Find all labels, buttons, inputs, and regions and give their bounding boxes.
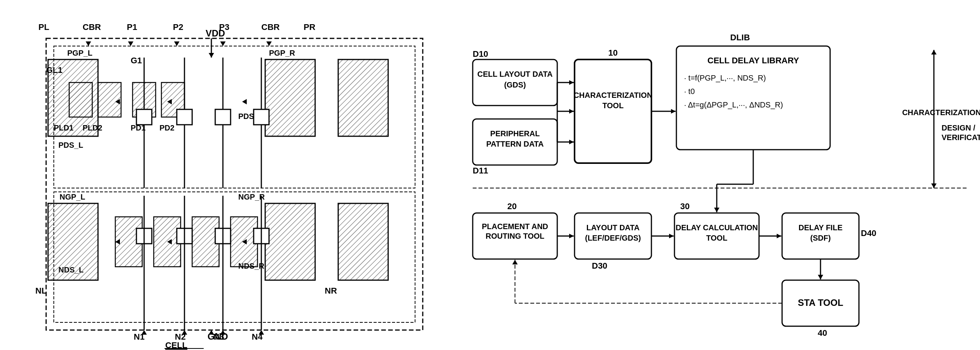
svg-text:DLIB: DLIB bbox=[730, 33, 750, 42]
svg-text:PERIPHERAL: PERIPHERAL bbox=[490, 129, 540, 138]
svg-marker-138 bbox=[777, 234, 781, 238]
svg-text:30: 30 bbox=[680, 201, 689, 211]
svg-marker-19 bbox=[266, 41, 272, 46]
svg-rect-53 bbox=[265, 203, 315, 280]
svg-marker-150 bbox=[512, 260, 518, 264]
svg-text:ROUTING TOOL: ROUTING TOOL bbox=[486, 232, 545, 240]
svg-text:DELAY FILE: DELAY FILE bbox=[799, 223, 842, 232]
svg-text:PATTERN DATA: PATTERN DATA bbox=[486, 140, 544, 148]
svg-text:CHARACTERIZATION: CHARACTERIZATION bbox=[573, 91, 652, 99]
svg-marker-108 bbox=[671, 109, 676, 114]
svg-rect-25 bbox=[69, 83, 92, 117]
svg-marker-126 bbox=[569, 234, 574, 238]
svg-text:PLD1: PLD1 bbox=[54, 124, 73, 132]
svg-text:P1: P1 bbox=[127, 22, 137, 32]
svg-text:DELAY CALCULATION: DELAY CALCULATION bbox=[676, 223, 758, 232]
svg-rect-35 bbox=[265, 59, 315, 136]
svg-text:PLD2: PLD2 bbox=[83, 124, 102, 132]
svg-text:20: 20 bbox=[507, 201, 517, 211]
flow-diagram-panel: D10 CELL LAYOUT DATA (GDS) PERIPHERAL PA… bbox=[461, 0, 980, 350]
svg-marker-113 bbox=[931, 50, 937, 54]
svg-text:· Δt=g(ΔPGP_L,···, ΔNDS_R): · Δt=g(ΔPGP_L,···, ΔNDS_R) bbox=[684, 101, 783, 109]
svg-text:PGP_R: PGP_R bbox=[269, 49, 295, 57]
svg-marker-15 bbox=[128, 41, 133, 46]
svg-marker-99 bbox=[569, 109, 574, 114]
svg-text:P3: P3 bbox=[219, 22, 229, 32]
svg-text:(SDF): (SDF) bbox=[810, 234, 831, 242]
svg-rect-41 bbox=[136, 109, 152, 125]
main-container: VDD GND PL CBR P1 P2 P3 CBR PR bbox=[0, 0, 980, 350]
svg-text:· t=f(PGP_L,···, NDS_R): · t=f(PGP_L,···, NDS_R) bbox=[684, 74, 766, 83]
svg-text:CELL DELAY LIBRARY: CELL DELAY LIBRARY bbox=[708, 56, 799, 65]
circuit-svg: VDD GND PL CBR P1 P2 P3 CBR PR bbox=[0, 0, 461, 350]
svg-text:(LEF/DEF/GDS): (LEF/DEF/GDS) bbox=[585, 234, 641, 242]
svg-text:TOOL: TOOL bbox=[602, 101, 623, 110]
svg-text:CELL LAYOUT DATA: CELL LAYOUT DATA bbox=[477, 70, 553, 78]
svg-text:LAYOUT DATA: LAYOUT DATA bbox=[586, 223, 640, 232]
svg-marker-114 bbox=[931, 183, 937, 188]
svg-rect-42 bbox=[177, 109, 192, 125]
circuit-diagram-panel: VDD GND PL CBR P1 P2 P3 CBR PR bbox=[0, 0, 461, 350]
svg-text:PGP_L: PGP_L bbox=[67, 49, 93, 57]
svg-text:40: 40 bbox=[818, 328, 827, 338]
d10-label: D10 bbox=[473, 49, 488, 59]
svg-rect-90 bbox=[575, 59, 651, 163]
svg-text:PD2: PD2 bbox=[159, 124, 174, 132]
svg-rect-44 bbox=[254, 109, 269, 125]
svg-text:TOOL: TOOL bbox=[706, 234, 727, 242]
svg-marker-132 bbox=[669, 234, 674, 238]
svg-marker-94 bbox=[569, 80, 574, 85]
d11-label: D11 bbox=[473, 166, 488, 175]
svg-text:D30: D30 bbox=[592, 261, 607, 271]
svg-text:CBR: CBR bbox=[83, 22, 101, 32]
svg-marker-16 bbox=[174, 41, 179, 46]
svg-marker-147 bbox=[714, 208, 719, 212]
svg-text:CHARACTERIZATION: CHARACTERIZATION bbox=[902, 108, 980, 117]
svg-text:VERIFICATION: VERIFICATION bbox=[942, 133, 980, 142]
svg-text:PLACEMENT AND: PLACEMENT AND bbox=[482, 222, 548, 231]
svg-text:10: 10 bbox=[608, 48, 618, 58]
flow-svg: D10 CELL LAYOUT DATA (GDS) PERIPHERAL PA… bbox=[461, 0, 980, 350]
svg-text:G1: G1 bbox=[131, 56, 142, 65]
svg-rect-52 bbox=[48, 203, 98, 280]
svg-marker-47 bbox=[242, 99, 247, 104]
svg-marker-96 bbox=[569, 140, 574, 144]
svg-text:PDS_L: PDS_L bbox=[58, 141, 83, 149]
svg-text:PR: PR bbox=[304, 22, 316, 32]
svg-text:P2: P2 bbox=[173, 22, 183, 32]
svg-rect-43 bbox=[215, 109, 231, 125]
svg-text:· t0: · t0 bbox=[684, 87, 695, 96]
svg-text:STA TOOL: STA TOOL bbox=[798, 297, 843, 308]
svg-text:NR: NR bbox=[325, 286, 337, 296]
svg-rect-54 bbox=[338, 203, 388, 280]
svg-marker-18 bbox=[86, 41, 91, 46]
svg-text:PL: PL bbox=[38, 22, 49, 32]
svg-marker-17 bbox=[220, 41, 226, 46]
svg-text:NL: NL bbox=[35, 286, 47, 296]
svg-text:CBR: CBR bbox=[261, 22, 280, 32]
svg-rect-36 bbox=[338, 59, 388, 136]
svg-text:NGP_L: NGP_L bbox=[60, 193, 85, 201]
svg-text:DESIGN /: DESIGN / bbox=[942, 124, 975, 132]
svg-marker-5 bbox=[209, 53, 214, 58]
svg-rect-27 bbox=[98, 83, 121, 117]
svg-text:D40: D40 bbox=[861, 228, 876, 238]
svg-text:(GDS): (GDS) bbox=[504, 81, 526, 89]
svg-marker-143 bbox=[818, 275, 823, 279]
